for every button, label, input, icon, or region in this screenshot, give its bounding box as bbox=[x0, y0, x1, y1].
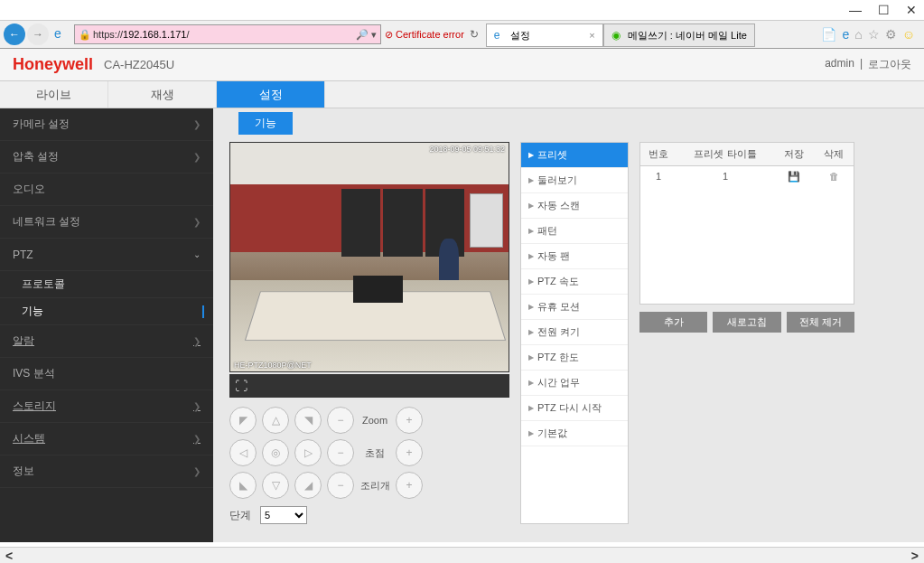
func-item-powerup[interactable]: ▶전원 켜기 bbox=[521, 320, 628, 345]
chevron-right-icon: ❯ bbox=[193, 152, 201, 162]
delete-icon[interactable]: 🗑 bbox=[814, 166, 854, 187]
ptz-up-button[interactable]: △ bbox=[262, 407, 289, 434]
tab-setup[interactable]: 설정 bbox=[217, 81, 325, 108]
triangle-icon: ▶ bbox=[528, 303, 534, 311]
browser-toolbar: ← → e 🔒 https://192.168.1.171/ 🔎 ▾ ⊘Cert… bbox=[0, 20, 924, 49]
func-item-preset[interactable]: ▶프리셋 bbox=[521, 143, 628, 168]
browser-tab-active[interactable]: e 설정 × bbox=[486, 23, 603, 47]
ptz-down-left-button[interactable]: ◣ bbox=[229, 472, 257, 499]
browser-tab[interactable]: ◉ 메일쓰기 : 네이버 메일 Lite bbox=[603, 23, 755, 47]
scroll-right-icon[interactable]: > bbox=[911, 549, 919, 563]
chevron-right-icon: ❯ bbox=[193, 217, 201, 227]
tab-live[interactable]: 라이브 bbox=[0, 81, 108, 108]
ptz-up-left-button[interactable]: ◤ bbox=[229, 407, 257, 434]
func-item-restart[interactable]: ▶PTZ 다시 시작 bbox=[521, 396, 628, 421]
preset-body[interactable]: 1 1 💾 🗑 bbox=[640, 166, 854, 302]
close-icon[interactable]: ✕ bbox=[906, 3, 917, 17]
sidebar-item-ivs[interactable]: IVS 분석 bbox=[0, 358, 213, 390]
maximize-icon[interactable]: ☐ bbox=[878, 3, 890, 17]
sidebar-sub-function[interactable]: 기능 bbox=[0, 298, 213, 325]
func-item-speed[interactable]: ▶PTZ 속도 bbox=[521, 269, 628, 295]
back-button[interactable]: ← bbox=[4, 23, 25, 45]
search-dropdown-icon[interactable]: 🔎 ▾ bbox=[356, 29, 377, 41]
chevron-right-icon: ❯ bbox=[193, 336, 201, 346]
function-list: ▶프리셋 ▶둘러보기 ▶자동 스캔 ▶패턴 ▶자동 팬 ▶PTZ 속도 ▶유휴 … bbox=[520, 142, 629, 524]
tab-playback[interactable]: 재생 bbox=[108, 81, 217, 108]
app-body: 카메라 설정❯ 압축 설정❯ 오디오 네트워크 설정❯ PTZ⌄ 프로토콜 기능… bbox=[0, 108, 924, 542]
ptz-right-button[interactable]: ▷ bbox=[294, 439, 322, 466]
video-toolbar: ⛶ bbox=[229, 374, 509, 398]
sidebar-item-alarm[interactable]: 알람❯ bbox=[0, 325, 213, 358]
triangle-icon: ▶ bbox=[528, 252, 534, 260]
refresh-button[interactable]: ↻ bbox=[470, 28, 479, 41]
video-preview[interactable]: HE-PTZ1080P@NET 2018-09-05 09:51:32 bbox=[229, 142, 509, 372]
preset-buttons: 추가 새로고침 전체 제거 bbox=[639, 312, 854, 333]
remove-all-button[interactable]: 전체 제거 bbox=[787, 312, 854, 333]
url-path: / bbox=[186, 29, 189, 40]
edge-icon[interactable]: e bbox=[842, 27, 849, 42]
col-title: 프리셋 타이틀 bbox=[677, 143, 774, 165]
url-prefix: https:// bbox=[93, 29, 123, 40]
func-item-scan[interactable]: ▶자동 스캔 bbox=[521, 193, 628, 219]
minimize-icon[interactable]: — bbox=[849, 3, 862, 17]
func-item-limit[interactable]: ▶PTZ 한도 bbox=[521, 345, 628, 371]
zoom-out-button[interactable]: − bbox=[327, 407, 354, 434]
preset-column: 번호 프리셋 타이틀 저장 삭제 1 1 💾 🗑 bbox=[639, 142, 854, 524]
home-icon[interactable]: ⌂ bbox=[854, 27, 862, 42]
focus-out-button[interactable]: − bbox=[327, 439, 354, 466]
ptz-up-right-button[interactable]: ◥ bbox=[294, 407, 322, 434]
step-select[interactable]: 5 bbox=[260, 506, 307, 524]
ptz-left-button[interactable]: ◁ bbox=[229, 439, 257, 466]
save-icon[interactable]: 💾 bbox=[774, 166, 814, 187]
func-item-default[interactable]: ▶기본값 bbox=[521, 421, 628, 446]
func-item-autopan[interactable]: ▶자동 팬 bbox=[521, 244, 628, 269]
content-area: 기능 HE-PTZ1080P@NET 2018-09-05 09:51:32 bbox=[213, 108, 924, 542]
ptz-down-right-button[interactable]: ◢ bbox=[294, 472, 322, 499]
function-tab-header: 기능 bbox=[238, 112, 293, 135]
tab-title: 메일쓰기 : 네이버 메일 Lite bbox=[628, 29, 747, 42]
triangle-icon: ▶ bbox=[528, 277, 534, 286]
tools-icon[interactable]: ⚙ bbox=[885, 27, 897, 42]
username-label: admin bbox=[825, 57, 854, 72]
tab-close-icon[interactable]: × bbox=[589, 30, 594, 41]
address-bar[interactable]: 🔒 https://192.168.1.171/ 🔎 ▾ bbox=[74, 24, 381, 44]
func-item-tour[interactable]: ▶둘러보기 bbox=[521, 168, 628, 193]
sidebar-item-system[interactable]: 시스템❯ bbox=[0, 423, 213, 455]
func-item-pattern[interactable]: ▶패턴 bbox=[521, 219, 628, 244]
certificate-error[interactable]: ⊘Certificate error bbox=[385, 29, 464, 41]
preset-table: 번호 프리셋 타이틀 저장 삭제 1 1 💾 🗑 bbox=[639, 142, 854, 305]
triangle-icon: ▶ bbox=[528, 151, 534, 159]
iris-close-button[interactable]: − bbox=[327, 472, 354, 499]
scroll-left-icon[interactable]: < bbox=[5, 549, 13, 563]
smiley-icon[interactable]: ☺ bbox=[902, 27, 915, 42]
ptz-down-button[interactable]: ▽ bbox=[262, 472, 289, 499]
focus-in-button[interactable]: + bbox=[396, 439, 423, 466]
func-item-timetask[interactable]: ▶시간 업무 bbox=[521, 371, 628, 396]
add-button[interactable]: 추가 bbox=[639, 312, 707, 333]
triangle-icon: ▶ bbox=[528, 227, 534, 235]
pin-icon[interactable]: 📄 bbox=[821, 27, 836, 42]
sidebar-item-audio[interactable]: 오디오 bbox=[0, 174, 213, 206]
sidebar-item-storage[interactable]: 스토리지❯ bbox=[0, 390, 213, 423]
horizontal-scrollbar[interactable]: < > bbox=[0, 547, 924, 563]
sidebar-item-network[interactable]: 네트워크 설정❯ bbox=[0, 206, 213, 239]
sidebar-item-compress[interactable]: 압축 설정❯ bbox=[0, 141, 213, 174]
sidebar-item-ptz[interactable]: PTZ⌄ bbox=[0, 239, 213, 271]
sidebar-item-info[interactable]: 정보❯ bbox=[0, 455, 213, 488]
favorites-icon[interactable]: ☆ bbox=[868, 27, 880, 42]
func-item-idle[interactable]: ▶유휴 모션 bbox=[521, 295, 628, 320]
iris-open-button[interactable]: + bbox=[396, 472, 423, 499]
logout-link[interactable]: 로그아웃 bbox=[868, 57, 911, 72]
sidebar-item-camera[interactable]: 카메라 설정❯ bbox=[0, 108, 213, 141]
brand-logo: Honeywell bbox=[13, 55, 93, 74]
forward-button[interactable]: → bbox=[27, 23, 49, 45]
chevron-right-icon: ❯ bbox=[193, 401, 201, 411]
tab-favicon-ie: e bbox=[494, 29, 507, 42]
refresh-button[interactable]: 새로고침 bbox=[713, 312, 780, 333]
preset-row[interactable]: 1 1 💾 🗑 bbox=[640, 166, 854, 187]
video-column: HE-PTZ1080P@NET 2018-09-05 09:51:32 ⛶ ◤ … bbox=[229, 142, 509, 524]
zoom-in-button[interactable]: + bbox=[396, 407, 423, 434]
sidebar-sub-protocol[interactable]: 프로토콜 bbox=[0, 271, 213, 298]
ptz-center-button[interactable]: ◎ bbox=[262, 439, 289, 466]
fullscreen-icon[interactable]: ⛶ bbox=[235, 379, 247, 393]
